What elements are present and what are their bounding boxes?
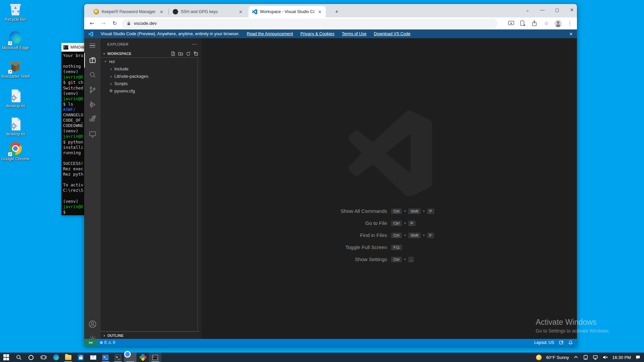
banner-link-announcement[interactable]: Read the Announcement [247, 32, 293, 36]
run-debug-activity-icon[interactable] [84, 97, 101, 112]
taskbar-chrome-icon[interactable] [124, 353, 137, 362]
workspace-section-header[interactable]: › WORKSPACE [101, 50, 201, 57]
tab-close-icon[interactable]: ✕ [238, 9, 243, 14]
layout-status[interactable]: Layout: US [534, 340, 554, 345]
desktop-icon-chrome[interactable]: ↗ Google Chrome [1, 142, 30, 161]
shortcut-command-label[interactable]: Show Settings [280, 256, 387, 262]
plus-separator: + [423, 209, 425, 214]
desktop-icon-edge[interactable]: ↗ Microsoft Edge [1, 31, 30, 50]
forward-button[interactable]: → [99, 19, 108, 28]
taskbar-mail-icon[interactable] [87, 353, 99, 362]
source-control-activity-icon[interactable] [84, 82, 101, 97]
collapse-folders-icon[interactable] [194, 51, 199, 56]
send-to-device-icon[interactable] [519, 20, 527, 27]
shortcut-command-label[interactable]: Show All Commands [280, 208, 387, 214]
accounts-icon[interactable] [84, 317, 101, 331]
layout-switch-icon[interactable] [559, 340, 564, 345]
new-tab-button[interactable]: + [332, 7, 341, 16]
activate-line2: Go to Settings to activate Windows. [536, 328, 610, 334]
chrome-icon: ↗ [9, 142, 22, 156]
taskbar-store-icon[interactable] [74, 353, 87, 362]
tab-github[interactable]: SSH and GPG keys ✕ [169, 6, 247, 17]
tab-close-icon[interactable]: ✕ [317, 9, 322, 14]
menu-hamburger-icon[interactable] [84, 38, 101, 53]
tree-item-label: Scripts [114, 81, 128, 86]
start-button[interactable] [0, 353, 12, 362]
tab-search-icon[interactable]: ⌄ [525, 7, 531, 12]
address-bar[interactable]: vscode.dev [122, 19, 497, 28]
remote-indicator[interactable]: >< [84, 339, 97, 346]
shortcut-row: Find in FilesCtrl+Shift+F [201, 231, 577, 239]
taskbar-powershell-dark-icon[interactable]: >_ [112, 353, 124, 362]
action-center-icon[interactable] [635, 355, 641, 360]
explorer-more-icon[interactable]: ⋯ [192, 41, 197, 47]
notifications-bell-icon[interactable] [568, 340, 573, 345]
shortcut-command-label[interactable]: Toggle Full Screen [280, 244, 387, 250]
problems-status[interactable]: ⊗ 0 ⚠ 0 [97, 339, 118, 346]
explorer-activity-icon[interactable] [84, 53, 101, 68]
refresh-explorer-icon[interactable] [186, 51, 191, 56]
desktop-icon-boxstarter[interactable]: ↗ Boxstarter Shell [1, 60, 30, 79]
extensions-activity-icon[interactable] [84, 112, 101, 127]
weather-text[interactable]: 60°F Sunny [546, 355, 569, 360]
explorer-title: EXPLORER [107, 42, 128, 46]
windows-desktop: Recycle Bin ↗ Microsoft Edge ↗ Boxstarte… [0, 0, 644, 362]
taskbar-cmd-icon[interactable]: C:\_ [149, 353, 161, 362]
new-folder-icon[interactable] [178, 51, 183, 56]
taskbar-cortana-icon[interactable] [25, 353, 37, 362]
tab-close-icon[interactable]: ✕ [159, 9, 164, 14]
new-file-icon[interactable] [170, 51, 175, 56]
chevron-right-icon: › [109, 74, 113, 79]
banner-link-terms[interactable]: Terms of Use [342, 32, 367, 36]
remote-glyph: >< [89, 341, 93, 345]
desktop-icon-desktop-ini-2[interactable]: desktop.ini [1, 117, 30, 136]
tree-item-include[interactable]: › Include [101, 65, 198, 72]
taskbar-search-icon[interactable] [12, 353, 25, 362]
shortcut-command-label[interactable]: Go to File [280, 220, 387, 226]
tree-item-scripts[interactable]: › Scripts [101, 80, 198, 87]
tab-vscode-active[interactable]: Workspace - Visual Studio Code ✕ [249, 6, 326, 17]
desktop-icon-desktop-ini-1[interactable]: desktop.ini [1, 89, 30, 108]
bookmark-star-icon[interactable]: ☆ [543, 20, 550, 27]
maximize-button[interactable]: ▢ [554, 7, 560, 12]
banner-close-icon[interactable]: ✕ [569, 32, 573, 37]
tree-item-pyvenv-cfg[interactable]: ⚙ pyvenv.cfg [101, 87, 198, 95]
minimize-button[interactable]: — [539, 7, 545, 12]
weather-sun-icon[interactable] [536, 355, 542, 360]
back-button[interactable]: ← [88, 19, 96, 28]
search-activity-icon[interactable] [84, 68, 101, 82]
chevron-right-icon: › [109, 81, 113, 86]
clock[interactable]: 16:30 PM [612, 355, 631, 360]
install-app-icon[interactable] [507, 20, 515, 27]
desktop-icon-recycle-bin[interactable]: Recycle Bin [1, 3, 30, 22]
banner-link-privacy[interactable]: Privacy & Cookies [300, 32, 334, 36]
taskbar-file-explorer-icon[interactable] [62, 353, 74, 362]
desktop-icon-label: desktop.ini [1, 104, 30, 108]
network-icon[interactable] [593, 355, 598, 360]
shortcut-row: Show SettingsCtrl+, [201, 255, 577, 263]
share-icon[interactable] [531, 20, 538, 27]
meet-now-icon[interactable] [583, 355, 588, 360]
keeper-favicon [94, 9, 99, 14]
shortcut-command-label[interactable]: Find in Files [280, 232, 387, 238]
show-hidden-icons-chevron[interactable] [573, 355, 579, 360]
reload-button[interactable]: ↻ [110, 19, 119, 28]
tab-keeper[interactable]: Keeper® Password Manager & D ✕ [90, 6, 167, 17]
volume-muted-icon[interactable] [602, 355, 608, 360]
tree-item-rez[interactable]: › rez [101, 58, 198, 65]
outline-panel-header[interactable]: › OUTLINE [101, 331, 201, 339]
taskbar-edge-icon[interactable] [50, 353, 62, 362]
browser-menu-icon[interactable]: ⋮ [566, 20, 574, 27]
taskbar-diamond-app-icon[interactable] [137, 353, 149, 362]
key-chip: F [427, 233, 434, 238]
close-button[interactable]: ✕ [569, 7, 575, 12]
profile-avatar[interactable] [554, 20, 562, 27]
taskbar-task-view-icon[interactable] [37, 353, 50, 362]
keyboard-shortcut-list: Show All CommandsCtrl+Shift+PGo to FileC… [201, 207, 577, 263]
warning-count: 0 [113, 340, 115, 345]
banner-link-download[interactable]: Download VS Code [374, 32, 411, 36]
remote-explorer-activity-icon[interactable] [84, 127, 101, 141]
taskbar-powershell-icon[interactable]: >_ [99, 353, 112, 362]
tree-item-lib-site-packages[interactable]: › Lib\site-packages [101, 72, 198, 80]
shortcut-arrow-icon: ↗ [8, 152, 12, 156]
